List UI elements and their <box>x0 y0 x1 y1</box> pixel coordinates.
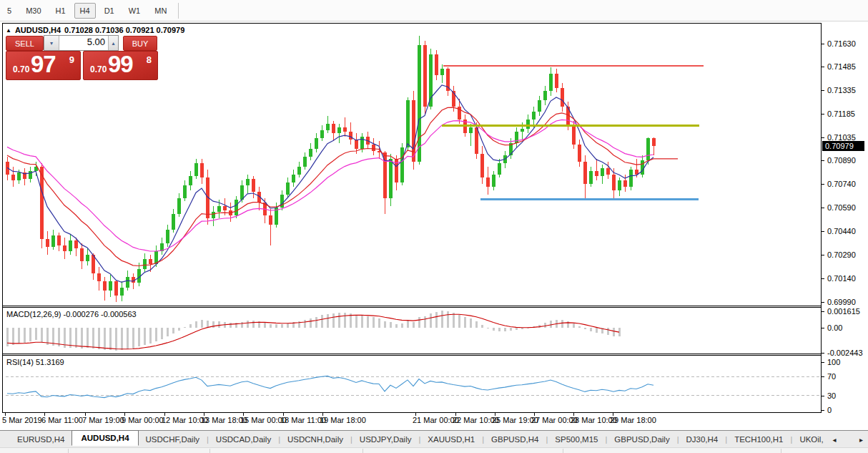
macd-histogram-bar <box>407 321 409 328</box>
macd-histogram-bar <box>504 328 506 331</box>
candle-body <box>57 235 61 245</box>
macd-axis-tick <box>822 311 824 312</box>
macd-histogram-bar <box>46 328 49 345</box>
macd-histogram-bar <box>98 328 100 349</box>
candle-body <box>326 124 330 130</box>
timeframe-button-5[interactable]: 5 <box>1 3 17 19</box>
tab-usdcad-daily[interactable]: USDCAD,Daily <box>209 433 278 446</box>
tab-ukoil-[interactable]: UKOil, <box>792 433 830 446</box>
sell-price-prefix: 0.70 <box>13 64 29 74</box>
candle-body <box>217 206 221 213</box>
tab-eurusd-h4[interactable]: EURUSD,H4 <box>10 433 71 446</box>
candle-body <box>601 168 604 176</box>
volume-decrease-button[interactable]: ▾ <box>44 36 59 50</box>
macd-histogram-bar <box>144 328 146 345</box>
macd-histogram-bar <box>241 322 243 328</box>
macd-histogram-bar <box>230 323 232 328</box>
rsi-axis-tick <box>822 376 824 377</box>
sell-price-display[interactable]: 0.70 97 9 <box>6 51 81 80</box>
tab-sp500-m15[interactable]: SP500,M15 <box>548 433 605 446</box>
rsi-axis-tick <box>822 362 824 363</box>
price-axis-tick <box>822 302 824 303</box>
candle-body <box>543 91 547 100</box>
rsi-axis-tick <box>822 396 824 396</box>
candle-body <box>40 167 44 239</box>
candle-body <box>63 245 66 252</box>
timeframe-button-mn[interactable]: MN <box>149 3 172 19</box>
price-axis-tick <box>822 184 824 185</box>
candle-body <box>492 175 495 187</box>
timeframe-button-h1[interactable]: H1 <box>50 3 71 19</box>
tab-gbpusd-daily[interactable]: GBPUSD,Daily <box>607 433 676 446</box>
candle-body <box>572 125 576 144</box>
macd-axis-label: 0.001615 <box>827 307 860 316</box>
macd-histogram-bar <box>613 328 615 336</box>
timeframe-button-d1[interactable]: D1 <box>99 3 120 19</box>
macd-histogram-bar <box>69 328 71 348</box>
buy-price-display[interactable]: 0.70 99 8 <box>83 51 158 80</box>
price-axis-tick <box>822 255 824 255</box>
rsi-axis-label: 30 <box>827 391 836 400</box>
timeframe-button-m30[interactable]: M30 <box>20 3 46 19</box>
macd-histogram-bar <box>12 328 14 345</box>
candle-body <box>521 129 524 132</box>
candle-body <box>297 167 301 175</box>
macd-histogram-bar <box>458 315 460 328</box>
price-axis-label: 0.71630 <box>827 39 856 48</box>
price-axis-label: 0.70890 <box>827 156 856 165</box>
macd-histogram-bar <box>138 328 140 346</box>
candle-body <box>189 176 192 185</box>
tab-tech100-h1[interactable]: TECH100,H1 <box>727 433 790 446</box>
buy-price-big-digits: 99 <box>108 51 133 78</box>
tab-audusd-h4[interactable]: AUDUSD,H4 <box>71 430 138 446</box>
tabs-scroll-right-icon[interactable]: ▸ <box>857 436 865 444</box>
volume-increase-button[interactable]: ▴ <box>108 36 118 50</box>
rsi-line <box>7 376 654 397</box>
volume-spinner: ▾ 5.00 ▴ <box>44 35 119 51</box>
candle-body <box>372 145 375 151</box>
candle-body <box>200 163 204 177</box>
macd-histogram-bar <box>172 328 174 333</box>
price-axis[interactable]: 0.716300.714850.713350.711850.710350.708… <box>822 23 868 413</box>
timeframe-button-h4[interactable]: H4 <box>74 3 96 19</box>
candle-body <box>583 162 587 184</box>
price-axis-tick <box>822 44 824 44</box>
tab-usdjpy-daily[interactable]: USDJPY,Daily <box>352 433 419 446</box>
candle-body <box>435 54 438 75</box>
price-axis-tick <box>822 90 824 91</box>
candle-body <box>126 277 129 288</box>
sell-button[interactable]: SELL <box>6 36 44 51</box>
moving-average-mid <box>7 107 678 266</box>
main-pane-bottom-border <box>2 306 821 306</box>
buy-price-pipette: 8 <box>147 54 152 65</box>
status-strip-tick <box>363 449 363 453</box>
macd-histogram-bar <box>275 324 277 328</box>
macd-histogram-bar <box>550 321 552 328</box>
tabs-scroll-left-icon[interactable]: ◂ <box>831 436 839 444</box>
macd-axis-label: 0.00 <box>827 323 842 332</box>
candle-body <box>343 127 347 132</box>
rsi-axis-label: 0 <box>827 406 832 414</box>
price-axis-label: 0.70290 <box>827 250 856 259</box>
candle-body <box>114 281 118 296</box>
time-axis-label: 9 Mar 00:00 <box>122 416 164 424</box>
candle-body <box>11 175 15 181</box>
tab-xauusd-h1[interactable]: XAUUSD,H1 <box>420 433 482 446</box>
tab-usdcnh-daily[interactable]: USDCNH,Daily <box>280 433 350 446</box>
time-axis[interactable]: 5 Mar 20196 Mar 11:007 Mar 19:009 Mar 00… <box>0 413 821 429</box>
macd-histogram-bar <box>247 321 249 328</box>
macd-histogram-bar <box>367 316 369 328</box>
rsi-chart[interactable] <box>3 356 821 412</box>
macd-histogram-bar <box>149 328 152 344</box>
volume-input[interactable]: 5.00 <box>59 36 108 50</box>
tab-usdchf-daily[interactable]: USDCHF,Daily <box>139 433 207 446</box>
price-axis-tick <box>822 114 824 115</box>
candle-body <box>406 100 410 147</box>
timeframe-button-w1[interactable]: W1 <box>123 3 147 19</box>
rsi-axis-tick <box>822 410 824 411</box>
tab-gbpusd-h4[interactable]: GBPUSD,H4 <box>484 433 546 446</box>
tab-dj30-h4[interactable]: DJ30,H4 <box>679 433 726 446</box>
macd-histogram-bar <box>281 324 283 328</box>
macd-histogram-bar <box>207 321 209 328</box>
buy-button[interactable]: BUY <box>123 36 157 51</box>
